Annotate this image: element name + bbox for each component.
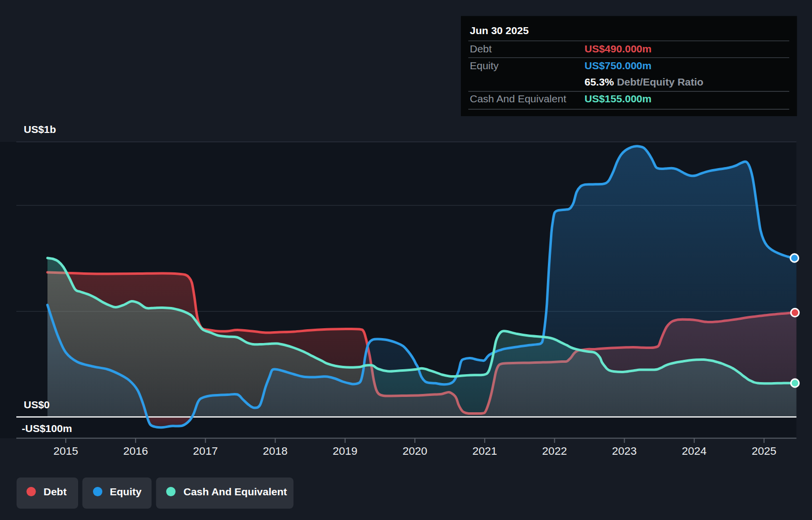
- svg-text:Debt: Debt: [470, 43, 492, 54]
- svg-text:Jun 30 2025: Jun 30 2025: [470, 25, 529, 36]
- svg-text:US$1b: US$1b: [24, 124, 56, 135]
- svg-text:Cash And Equivalent: Cash And Equivalent: [183, 486, 287, 497]
- svg-text:2017: 2017: [193, 445, 218, 457]
- svg-text:2016: 2016: [123, 445, 148, 457]
- svg-text:US$750.000m: US$750.000m: [585, 60, 651, 71]
- svg-text:Debt: Debt: [44, 486, 67, 497]
- svg-text:2023: 2023: [612, 445, 637, 457]
- svg-text:-US$100m: -US$100m: [22, 423, 72, 434]
- svg-text:US$155.000m: US$155.000m: [585, 93, 651, 104]
- svg-text:65.3% Debt/Equity Ratio: 65.3% Debt/Equity Ratio: [585, 76, 703, 87]
- svg-text:2018: 2018: [263, 445, 288, 457]
- svg-text:2019: 2019: [333, 445, 358, 457]
- svg-text:Equity: Equity: [470, 60, 499, 71]
- svg-text:2021: 2021: [472, 445, 497, 457]
- svg-text:Equity: Equity: [110, 486, 141, 497]
- svg-text:2020: 2020: [403, 445, 427, 457]
- svg-text:2015: 2015: [53, 445, 78, 457]
- svg-text:2022: 2022: [542, 445, 567, 457]
- svg-text:2025: 2025: [752, 445, 776, 457]
- svg-text:US$0: US$0: [24, 399, 50, 410]
- svg-text:2024: 2024: [682, 445, 707, 457]
- svg-text:Cash And Equivalent: Cash And Equivalent: [470, 93, 566, 104]
- svg-text:US$490.000m: US$490.000m: [585, 43, 651, 54]
